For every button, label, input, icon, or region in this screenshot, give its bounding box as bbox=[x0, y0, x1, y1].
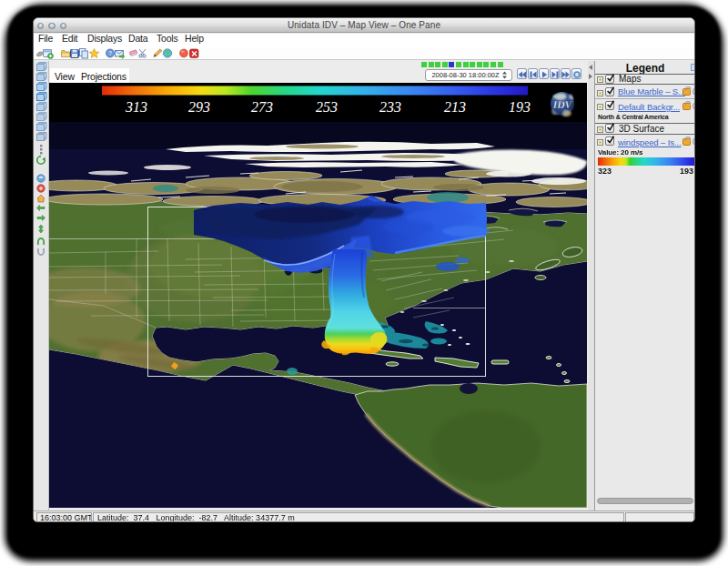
svg-text:273: 273 bbox=[251, 99, 273, 115]
svg-text:293: 293 bbox=[188, 99, 210, 115]
svg-text:233: 233 bbox=[379, 99, 401, 115]
svg-text:213: 213 bbox=[444, 99, 466, 115]
svg-text:193: 193 bbox=[509, 99, 531, 115]
svg-text:IDV: IDV bbox=[552, 99, 573, 110]
svg-text:253: 253 bbox=[316, 99, 338, 115]
svg-text:313: 313 bbox=[125, 99, 147, 115]
svg-text:?: ? bbox=[108, 50, 112, 56]
